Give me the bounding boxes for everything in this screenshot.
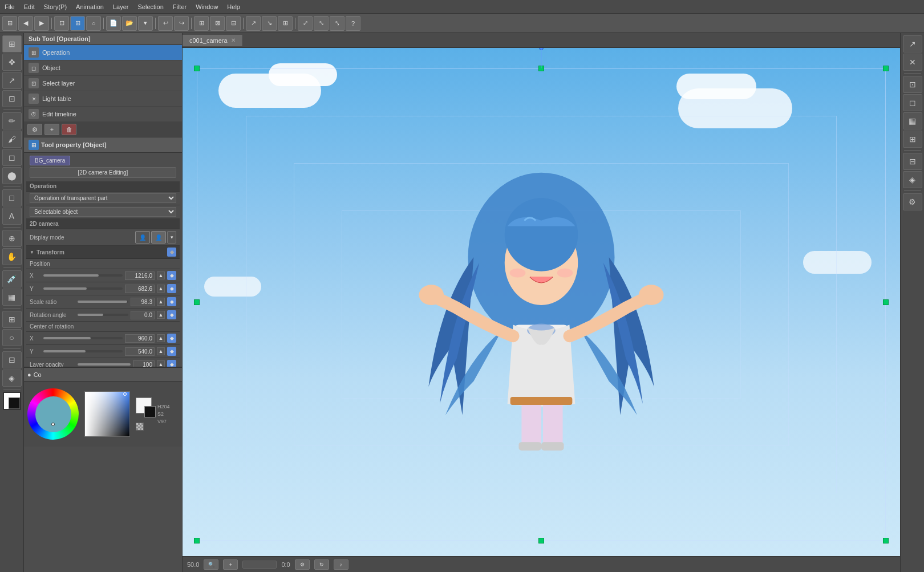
handle-ml[interactable] [194,299,200,305]
center-y-input[interactable] [125,347,155,356]
toolbar-undo[interactable]: ↩ [158,16,173,31]
rotation-spinner[interactable]: ▲ [157,311,165,319]
scale-slider[interactable] [78,301,128,303]
handle-tr[interactable] [883,66,889,71]
scale-spinner[interactable]: ▲ [157,298,165,306]
toolbar-select[interactable]: ⊞ [2,16,17,31]
scale-diamond[interactable]: ◆ [167,297,176,306]
selectable-dropdown[interactable]: Selectable object [30,207,176,217]
toolbar-operate[interactable]: ⊞ [70,16,85,31]
tool-move[interactable]: ✥ [2,54,22,71]
fg-swatch[interactable] [136,397,152,413]
canvas-refresh[interactable]: ↻ [314,559,329,570]
rotation-slider[interactable] [78,314,128,316]
canvas-scrubber[interactable] [242,561,277,569]
operation-dropdown[interactable]: Operation of transparent part [30,193,176,203]
menu-story[interactable]: Story(P) [39,2,71,11]
right-r7[interactable]: ⚙ [903,193,922,210]
tool-transform[interactable]: ⊡ [2,90,22,107]
toolbar-ruler1[interactable]: ↗ [246,16,261,31]
x-spinner-up[interactable]: ▲ [157,271,165,279]
color-saturation-box[interactable] [84,391,130,437]
right-r5[interactable]: ⊟ [903,153,922,170]
right-r3[interactable]: ▦ [903,112,922,129]
right-r6[interactable]: ◈ [903,171,922,188]
menu-window[interactable]: Window [191,2,222,11]
toolbar-nav2[interactable]: ⤡ [314,16,329,31]
subtool-plus-icon[interactable]: + [44,124,59,135]
display-mode-btn2[interactable]: 👤 [151,231,166,244]
toolbar-snap3[interactable]: ⊟ [226,16,241,31]
tab-close-icon[interactable]: ✕ [231,37,236,43]
x-slider[interactable] [43,274,123,277]
menu-help[interactable]: Help [222,2,245,11]
toolbar-arrow-left[interactable]: ◀ [18,16,33,31]
menu-layer[interactable]: Layer [108,2,133,11]
subtool-delete-icon[interactable]: 🗑 [62,124,76,135]
tool-eraser[interactable]: ◻ [2,149,22,166]
toolbar-new[interactable]: 📄 [106,16,121,31]
scale-input[interactable] [131,298,155,306]
menu-animation[interactable]: Animation [71,2,108,11]
handle-mr[interactable] [883,299,889,305]
rotation-input[interactable] [131,311,155,319]
tool-pan[interactable]: ✋ [2,248,22,265]
center-x-slider[interactable] [43,337,123,339]
center-x-input[interactable] [125,334,155,343]
display-mode-dropdown[interactable]: ▾ [167,231,176,244]
subtool-edit-timeline[interactable]: ⏱ Edit timeline [24,107,182,122]
subtool-object[interactable]: ◻ Object [24,60,182,76]
right-r2[interactable]: ◻ [903,94,922,111]
center-y-diamond[interactable]: ◆ [167,347,176,356]
menu-selection[interactable]: Selection [133,2,168,11]
tool-eyedropper[interactable]: 💉 [2,270,22,287]
y-slider[interactable] [43,287,123,290]
canvas-audio[interactable]: ♪ [334,559,348,570]
menu-file[interactable]: File [0,2,19,11]
toolbar-ruler2[interactable]: ↘ [262,16,277,31]
tool-mix[interactable]: ⊟ [2,351,22,368]
toolbar-circle[interactable]: ○ [86,16,101,31]
handle-bl[interactable] [194,538,200,543]
subtool-select-layer[interactable]: ⊡ Select layer [24,76,182,91]
opacity-slider[interactable] [78,363,131,366]
canvas-zoom-in[interactable]: + [223,559,238,570]
display-mode-btn1[interactable]: 👤 [135,231,150,244]
handle-tl[interactable] [194,66,200,71]
canvas-viewport[interactable]: 50.0 🔍 + 0:0 ⚙ ↻ ♪ [183,48,900,572]
tool-operation[interactable]: ⊞ [2,35,22,52]
y-spinner-up[interactable]: ▲ [157,285,165,293]
menu-edit[interactable]: Edit [19,2,39,11]
tool-shape[interactable]: □ [2,189,22,206]
bg-color-swatch[interactable] [9,397,20,409]
toolbar-redo[interactable]: ↪ [174,16,189,31]
handle-br[interactable] [883,538,889,543]
transform-diamond-icon[interactable]: ◆ [167,248,176,257]
toolbar-nav3[interactable]: ⤣ [330,16,345,31]
camera-mode-btn[interactable]: [2D camera Editing] [30,167,176,178]
tool-gradient[interactable]: ▦ [2,289,22,306]
toolbar-nav1[interactable]: ⤢ [298,16,313,31]
menu-filter[interactable]: Filter [168,2,191,11]
right-nav[interactable]: ↗ [903,35,922,52]
fg-color-swatch[interactable] [3,392,21,410]
center-y-spinner[interactable]: ▲ [157,347,165,355]
y-diamond[interactable]: ◆ [167,284,176,293]
right-r4[interactable]: ⊞ [903,131,922,148]
y-input[interactable] [125,285,155,293]
center-y-slider[interactable] [43,350,123,352]
x-diamond[interactable]: ◆ [167,271,176,280]
toolbar-snap2[interactable]: ⊠ [210,16,225,31]
right-close[interactable]: ✕ [903,54,922,71]
canvas-tab-c001[interactable]: c001_camera ✕ [183,35,243,46]
color-wheel[interactable] [27,388,79,440]
tool-text[interactable]: A [2,208,22,225]
transparent-swatch[interactable] [136,423,144,431]
subtool-settings-icon[interactable]: ⚙ [27,124,42,135]
tool-bubble[interactable]: ○ [2,329,22,346]
rotation-diamond[interactable]: ◆ [167,310,176,319]
handle-mb[interactable] [538,538,544,543]
toolbar-layer-menu[interactable]: ▾ [138,16,153,31]
x-input[interactable] [125,271,155,280]
toolbar-help[interactable]: ? [346,16,360,31]
